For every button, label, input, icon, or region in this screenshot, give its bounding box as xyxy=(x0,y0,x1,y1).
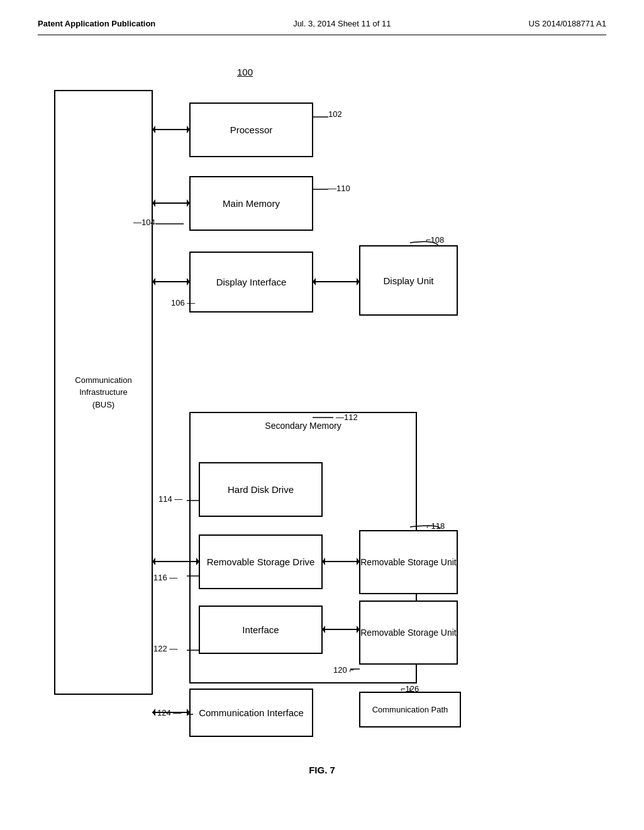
ref-120: 120 ⌐ xyxy=(333,665,354,675)
svg-marker-26 xyxy=(152,558,155,565)
removable-storage-unit-1-box: Removable Storage Unit xyxy=(360,531,457,594)
svg-marker-23 xyxy=(313,278,316,285)
ref-118: ⌐118 xyxy=(426,521,445,531)
main-memory-box: Main Memory xyxy=(190,177,313,230)
ref-100-label: 100 xyxy=(237,67,253,77)
page: Patent Application Publication Jul. 3, 2… xyxy=(0,0,644,830)
ref-110: —110 xyxy=(328,184,350,193)
svg-marker-20 xyxy=(152,278,155,285)
display-unit-box: Display Unit xyxy=(360,246,457,315)
interface-box: Interface xyxy=(199,606,322,653)
removable-storage-unit-2-box: Removable Storage Unit xyxy=(360,601,457,664)
figure-label: FIG. 7 xyxy=(38,765,606,775)
communication-infrastructure-label: CommunicationInfrastructure(BUS) xyxy=(55,91,152,694)
ref-126: ⌐126 xyxy=(401,684,419,694)
ref-122: 122 — xyxy=(153,644,177,653)
ref-102: 102 xyxy=(328,109,342,119)
svg-marker-17 xyxy=(152,199,155,207)
communication-path-box: Communication Path xyxy=(360,692,460,727)
processor-box: Processor xyxy=(190,103,313,157)
svg-marker-35 xyxy=(152,709,155,716)
ref-124: 124 — xyxy=(157,708,181,717)
removable-storage-drive-box: Removable Storage Drive xyxy=(199,535,322,589)
hard-disk-drive-box: Hard Disk Drive xyxy=(199,463,322,516)
display-interface-box: Display Interface xyxy=(190,252,313,312)
ref-112: —112 xyxy=(336,412,358,422)
header-patent-number: US 2014/0188771 A1 xyxy=(528,19,606,28)
header-publisher: Patent Application Publication xyxy=(38,19,155,28)
diagram-area: 100 xyxy=(52,60,592,752)
page-header: Patent Application Publication Jul. 3, 2… xyxy=(38,19,606,35)
ref-116: 116 — xyxy=(153,573,177,582)
svg-marker-14 xyxy=(152,126,155,133)
ref-106: 106 — xyxy=(171,298,195,307)
communication-interface-box: Communication Interface xyxy=(190,689,313,736)
ref-108: ⌐108 xyxy=(426,235,444,245)
header-date-sheet: Jul. 3, 2014 Sheet 11 of 11 xyxy=(293,19,391,28)
ref-114: 114 — xyxy=(158,494,182,504)
